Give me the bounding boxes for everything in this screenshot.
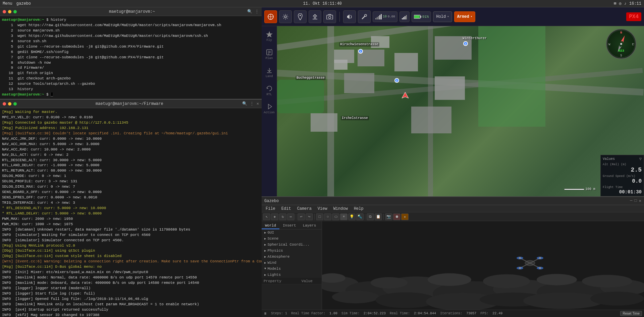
instruments: N E S W <box>601 29 641 59</box>
svg-point-50 <box>332 291 379 303</box>
gz-tool-paste[interactable]: 📋 <box>375 213 382 220</box>
term2-min-btn[interactable] <box>8 102 11 106</box>
gz-item-physics[interactable]: ▶Physics <box>262 248 322 254</box>
map-label-bucheggstrasse: Bucheggstrasse <box>296 76 326 80</box>
gz-tool-redo[interactable]: ↪ <box>306 213 313 220</box>
values-header: Values <box>603 157 615 161</box>
gazebo-titlebar: Gazebo ─ □ ✕ <box>262 197 644 205</box>
gz-pause-btn[interactable]: ⏸ <box>264 312 267 316</box>
scale-label: 100 m <box>585 187 595 191</box>
qgc-hold-dropdown[interactable]: Hold ▾ <box>433 11 452 22</box>
gz-tool-scale[interactable]: ⇔ <box>287 213 294 220</box>
gz-reset-time-btn[interactable]: Reset Time <box>620 311 642 316</box>
menu-label[interactable]: Menu <box>3 1 12 6</box>
main-layout: maetugr@manjarovm:~ 🔍 ⋮ maetugr@manjarov… <box>0 7 644 317</box>
term1-min-btn[interactable] <box>8 10 11 13</box>
gz-item-atmosphere[interactable]: ▶Atmosphere <box>262 254 322 260</box>
gz-tool-move[interactable]: ✚ <box>271 213 278 220</box>
svg-line-8 <box>362 16 365 19</box>
gz-item-wind-label: Wind <box>267 261 276 265</box>
qgc-telemetry-signal[interactable] <box>399 11 410 22</box>
qgc-location-btn[interactable] <box>294 10 307 23</box>
qgc-audio-btn[interactable] <box>343 10 356 23</box>
sidebar-land-btn[interactable]: Land <box>263 64 276 81</box>
sidebar-plan-btn[interactable]: Plan <box>263 46 276 63</box>
qgc-tools-btn[interactable] <box>358 10 371 23</box>
gz-tool-cylinder[interactable]: ⬭ <box>332 213 339 220</box>
gz-tool-star[interactable]: ★ <box>401 213 409 220</box>
gz-item-gui-arrow: ▶ <box>264 231 266 235</box>
gz-tool-screenshot[interactable]: 📷 <box>385 213 392 220</box>
gazebo-maximize[interactable]: □ <box>635 198 637 203</box>
gz-tool-undo[interactable]: ↩ <box>298 213 305 220</box>
gazebo-menu-view[interactable]: View <box>315 206 330 212</box>
term2-close-x[interactable]: ✕ <box>257 101 259 106</box>
term2-menu-icon[interactable]: ⋮ <box>250 101 254 106</box>
qgc-hold-arrow: ▾ <box>447 15 449 18</box>
gz-item-lights[interactable]: ▶Lights <box>262 272 322 278</box>
gazebo-menu-window[interactable]: Window <box>331 206 351 212</box>
term1-max-btn[interactable] <box>13 10 17 13</box>
values-expand[interactable]: ▽ <box>639 156 642 162</box>
gz-simtime-label: Sim Time: <box>341 312 360 315</box>
gz-item-models-arrow: ▼ <box>264 267 266 270</box>
gz-item-models-label: Models <box>267 267 281 271</box>
sidebar-action-btn[interactable]: Action <box>263 100 276 117</box>
gz-tab-insert[interactable]: Insert <box>279 223 300 229</box>
qgc-armed-label: Armed <box>457 14 469 19</box>
gz-item-models[interactable]: ▼Models <box>262 266 322 272</box>
sidebar-plan-label: Plan <box>266 57 273 60</box>
gazebo-win-controls: ─ □ ✕ <box>630 198 641 203</box>
terminal2-titlebar: maetugr@manjarovm:~/Firmware 🔍 ⋮ ✕ <box>0 100 262 108</box>
gazebo-menu-help[interactable]: Help <box>351 206 366 212</box>
svg-rect-17 <box>405 16 406 19</box>
gazebo-minimize[interactable]: ─ <box>630 198 632 203</box>
gz-tool-rotate[interactable]: ↻ <box>279 213 286 220</box>
gazebo-menu-file[interactable]: File <box>263 206 278 212</box>
qgc-battery[interactable]: 91% <box>412 11 431 22</box>
gz-tool-light-spot[interactable]: 🔦 <box>356 213 364 220</box>
terminal2-title: maetugr@manjarovm:~/Firmware <box>96 102 163 106</box>
gz-item-gui[interactable]: ▶GUI <box>262 230 322 236</box>
map-area[interactable]: Hirschwiesenstrasse Bucheggstrasse Irche… <box>277 26 644 196</box>
svg-point-59 <box>483 274 530 288</box>
qgc-upload-btn[interactable] <box>309 10 321 23</box>
qgc-map-btn[interactable] <box>264 10 277 23</box>
sidebar-rtl-btn[interactable]: RTL <box>263 82 276 99</box>
qgc-rc-signal[interactable]: 10 0.00 <box>373 11 397 22</box>
gz-tab-layers[interactable]: Layers <box>300 223 320 229</box>
term1-close-btn[interactable] <box>3 10 6 13</box>
building-5 <box>394 53 418 71</box>
gz-tool-select[interactable]: ↖ <box>263 213 270 220</box>
gz-tool-copy[interactable]: ⧉ <box>367 213 374 220</box>
qgc-camera-btn[interactable] <box>323 10 336 23</box>
term2-close-btn[interactable] <box>3 102 6 106</box>
flight-time-value: 00:01:30 <box>603 189 642 195</box>
svg-point-4 <box>300 15 301 16</box>
gz-tab-world[interactable]: World <box>262 223 279 229</box>
term1-search-icon[interactable]: 🔍 <box>247 9 252 14</box>
gazebo-menu-edit[interactable]: Edit <box>279 206 294 212</box>
sidebar-fly-btn[interactable]: Fly <box>263 27 276 45</box>
term2-search-icon[interactable]: 🔍 <box>242 101 247 106</box>
gz-tool-light-dir[interactable]: ☀ <box>340 213 347 220</box>
qgc-logo: PX4 <box>626 12 641 21</box>
gz-tool-box[interactable]: □ <box>316 213 323 220</box>
term1-menu-icon[interactable]: ⋮ <box>255 9 259 14</box>
gz-item-scene[interactable]: ▶Scene <box>262 236 322 242</box>
term2-max-btn[interactable] <box>13 102 17 106</box>
gz-tool-sphere[interactable]: ○ <box>324 213 331 220</box>
gz-tool-record[interactable]: ⏺ <box>393 213 400 220</box>
svg-marker-28 <box>402 92 409 98</box>
speed-value: 0.0 <box>603 178 642 184</box>
gz-prop-key-header: Property <box>264 279 281 283</box>
gz-steps-label: Steps: 1 <box>271 312 287 315</box>
gz-item-wind[interactable]: ▶Wind <box>262 260 322 266</box>
gz-tool-light-point[interactable]: 💡 <box>348 213 356 220</box>
gazebo-menu-camera[interactable]: Camera <box>294 206 314 212</box>
gazebo-3d-viewport[interactable] <box>322 221 644 310</box>
gazebo-close[interactable]: ✕ <box>639 198 641 203</box>
gz-item-spherical[interactable]: ▶Spherical Coordi... <box>262 242 322 248</box>
qgc-armed-dropdown[interactable]: Armed ▾ <box>454 11 475 22</box>
qgc-settings-btn[interactable] <box>279 10 292 23</box>
